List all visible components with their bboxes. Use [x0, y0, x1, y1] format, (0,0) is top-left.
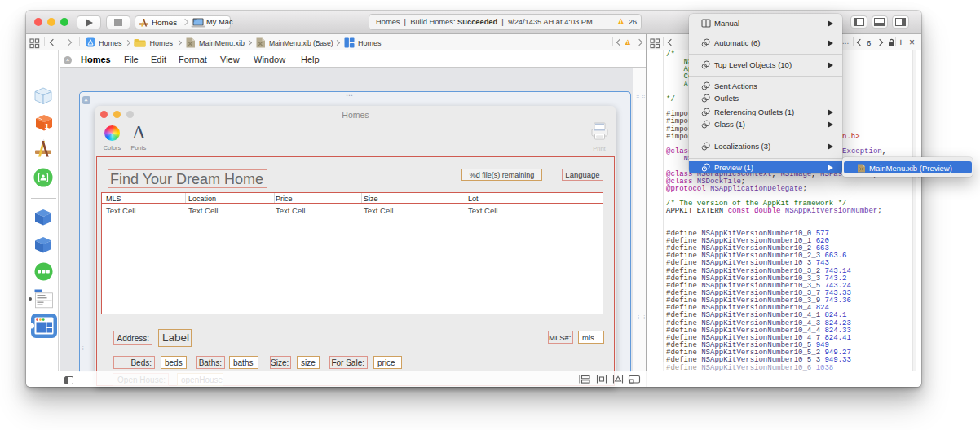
svg-text:1: 1 — [44, 121, 49, 130]
